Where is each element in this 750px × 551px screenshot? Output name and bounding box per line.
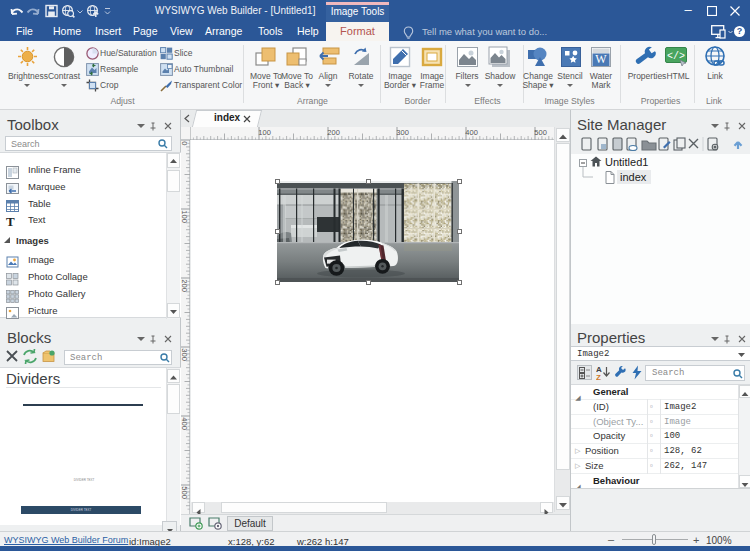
svg-text:Z: Z: [596, 373, 601, 381]
svg-text:500: 500: [534, 128, 547, 137]
svg-text:W: W: [595, 52, 607, 66]
svg-text:200: 200: [327, 128, 340, 137]
svg-text:300: 300: [396, 128, 409, 137]
svg-text:100: 100: [258, 128, 271, 137]
svg-text:</>: </>: [667, 51, 685, 62]
svg-text:400: 400: [465, 128, 478, 137]
